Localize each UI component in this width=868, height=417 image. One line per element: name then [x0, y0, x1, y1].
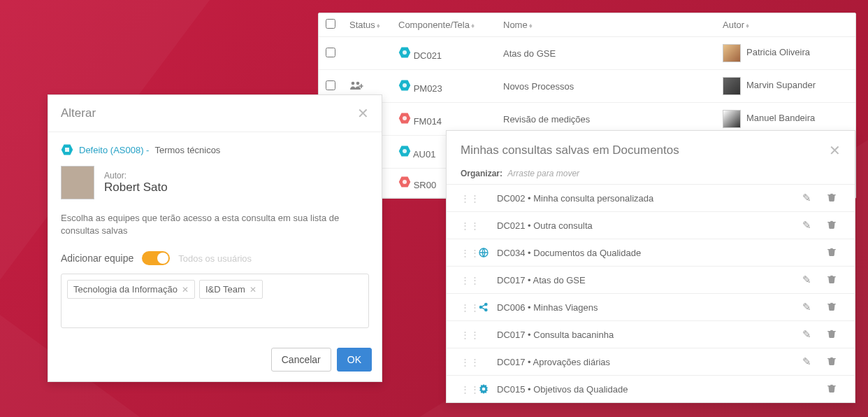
- query-item[interactable]: ⋮⋮DC002 • Minha consulta personalizada✎: [447, 184, 855, 211]
- cancel-button[interactable]: Cancelar: [271, 348, 331, 372]
- row-checkbox[interactable]: [326, 48, 335, 57]
- col-name[interactable]: Nome♦: [496, 13, 716, 37]
- team-tag[interactable]: I&D Team✕: [199, 280, 263, 299]
- avatar: [723, 77, 741, 95]
- table-row[interactable]: DC021Atas do GSEPatricia Oliveira: [319, 37, 855, 70]
- author-name: Marvin Supander: [746, 80, 816, 90]
- component-icon: [398, 145, 411, 157]
- component-icon: [398, 112, 411, 125]
- author-label: Autor:: [104, 171, 168, 181]
- col-component[interactable]: Componente/Tela♦: [391, 13, 496, 37]
- author-name: Robert Sato: [104, 181, 168, 195]
- drag-handle-icon[interactable]: ⋮⋮: [461, 275, 470, 285]
- trash-icon[interactable]: [823, 355, 841, 368]
- query-label: DC034 • Documentos da Qualidade: [497, 248, 791, 258]
- drag-handle-icon[interactable]: ⋮⋮: [461, 357, 470, 367]
- svg-rect-21: [827, 276, 836, 277]
- alterar-dialog: Alterar ✕ Defeito (AS008) - Termos técni…: [48, 94, 382, 382]
- trash-icon[interactable]: [823, 328, 841, 341]
- helper-text: Escolha as equipes que terão acesso a es…: [61, 212, 369, 237]
- all-users-toggle[interactable]: [142, 251, 170, 265]
- trash-icon[interactable]: [823, 274, 841, 286]
- svg-point-14: [403, 180, 407, 184]
- tag-remove-icon[interactable]: ✕: [249, 285, 256, 295]
- query-item[interactable]: ⋮⋮DC006 • Minhas Viagens✎: [447, 293, 855, 320]
- svg-point-4: [403, 50, 407, 55]
- edit-icon[interactable]: ✎: [798, 192, 816, 204]
- author-name: Manuel Bandeira: [746, 113, 815, 123]
- drag-handle-icon[interactable]: ⋮⋮: [461, 384, 470, 395]
- query-item[interactable]: ⋮⋮DC017 • Aprovações diárias✎: [447, 348, 855, 375]
- organize-label: Organizar:: [461, 169, 502, 178]
- add-team-label: Adicionar equipe: [61, 253, 133, 264]
- edit-icon[interactable]: ✎: [798, 219, 816, 232]
- query-type-icon: [477, 383, 490, 395]
- component-code: FM014: [414, 116, 442, 127]
- teams-tag-input[interactable]: Tecnologia da Informação✕I&D Team✕: [61, 274, 369, 328]
- trash-icon[interactable]: [823, 246, 841, 259]
- svg-point-8: [403, 83, 407, 87]
- svg-rect-29: [827, 386, 836, 386]
- author-name: Patricia Oliveira: [746, 47, 810, 57]
- defect-header: Defeito (AS008) - Termos técnicos: [61, 143, 369, 156]
- component-icon: [398, 46, 411, 59]
- component-code: PM023: [414, 83, 442, 94]
- col-author[interactable]: Autor♦: [716, 13, 855, 37]
- component-code: AU01: [413, 149, 436, 160]
- table-row[interactable]: PM023Novos ProcessosMarvin Supander: [319, 70, 855, 103]
- team-tag[interactable]: Tecnologia da Informação✕: [67, 280, 195, 299]
- saved-queries-panel: Minhas consultas salvas em Documentos ✕ …: [446, 130, 855, 403]
- query-label: DC017 • Aprovações diárias: [497, 357, 791, 367]
- drag-handle-icon[interactable]: ⋮⋮: [461, 302, 470, 313]
- query-label: DC017 • Atas do GSE: [497, 275, 791, 285]
- query-item[interactable]: ⋮⋮DC017 • Atas do GSE✎: [447, 266, 855, 293]
- tag-remove-icon[interactable]: ✕: [182, 285, 189, 295]
- edit-icon[interactable]: ✎: [798, 328, 816, 341]
- query-type-icon: [477, 302, 490, 313]
- trash-icon[interactable]: [823, 219, 841, 232]
- ok-button[interactable]: OK: [337, 348, 372, 372]
- close-icon[interactable]: ✕: [829, 142, 841, 159]
- svg-point-10: [403, 116, 407, 120]
- svg-point-6: [356, 81, 360, 85]
- drag-handle-icon[interactable]: ⋮⋮: [461, 248, 470, 258]
- drag-handle-icon[interactable]: ⋮⋮: [461, 193, 470, 204]
- svg-point-12: [403, 149, 407, 153]
- drag-handle-icon[interactable]: ⋮⋮: [461, 330, 470, 340]
- query-label: DC015 • Objetivos da Qualidade: [497, 384, 791, 395]
- edit-icon[interactable]: ✎: [798, 274, 816, 286]
- select-all-checkbox[interactable]: [326, 19, 335, 29]
- query-item[interactable]: ⋮⋮DC021 • Outra consulta✎: [447, 211, 855, 239]
- svg-rect-26: [827, 331, 836, 332]
- close-icon[interactable]: ✕: [357, 105, 369, 122]
- query-item[interactable]: ⋮⋮DC015 • Objetivos da Qualidade✎: [447, 375, 855, 402]
- table-header-row: Status♦ Componente/Tela♦ Nome♦ Autor♦: [319, 13, 855, 37]
- row-checkbox[interactable]: [326, 80, 335, 90]
- col-status[interactable]: Status♦: [342, 13, 391, 37]
- shared-icon: [349, 81, 363, 92]
- panel-title: Minhas consultas salvas em Documentos: [461, 143, 679, 157]
- query-item[interactable]: ⋮⋮DC017 • Consulta bacaninha✎: [447, 320, 855, 348]
- doc-name: Novos Processos: [496, 70, 716, 103]
- all-users-label: Todos os usuários: [178, 253, 252, 264]
- tag-label: I&D Team: [205, 284, 245, 295]
- trash-icon[interactable]: [823, 301, 841, 313]
- component-code: SR00: [414, 180, 437, 190]
- svg-rect-20: [827, 249, 836, 250]
- svg-point-5: [352, 81, 355, 85]
- edit-icon[interactable]: ✎: [798, 355, 816, 368]
- component-icon: [398, 79, 411, 92]
- component-icon: [398, 176, 411, 188]
- trash-icon[interactable]: [823, 192, 841, 204]
- svg-rect-27: [827, 358, 836, 359]
- tag-label: Tecnologia da Informação: [73, 284, 178, 295]
- query-item[interactable]: ⋮⋮DC034 • Documentos da Qualidade✎: [447, 239, 855, 266]
- edit-icon[interactable]: ✎: [798, 301, 816, 313]
- author-avatar: [61, 166, 94, 199]
- svg-rect-17: [827, 195, 836, 195]
- svg-rect-18: [827, 222, 836, 222]
- svg-rect-16: [65, 148, 69, 152]
- component-code: DC021: [414, 50, 442, 61]
- drag-handle-icon[interactable]: ⋮⋮: [461, 220, 470, 231]
- trash-icon[interactable]: [823, 383, 841, 395]
